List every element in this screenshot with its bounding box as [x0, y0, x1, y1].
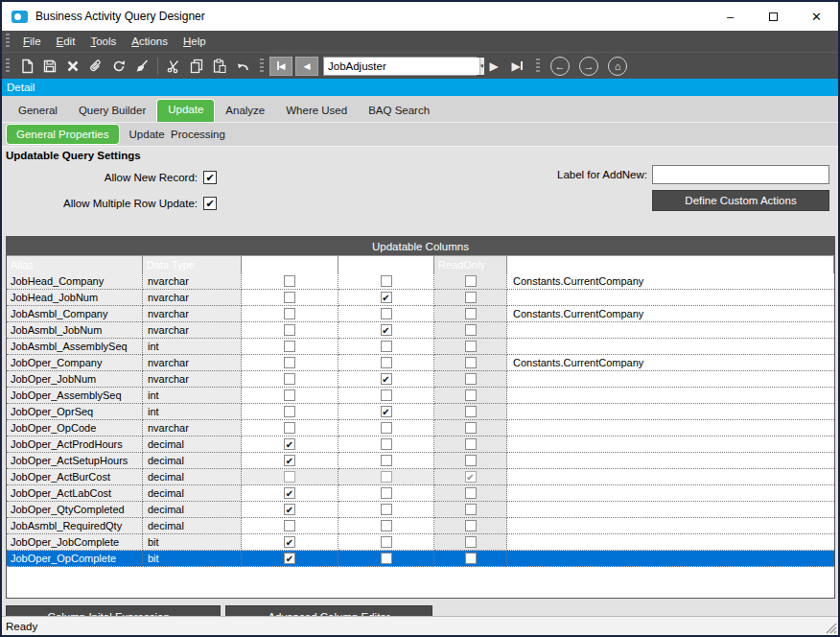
- initial-expression-cell[interactable]: [507, 339, 834, 355]
- new-button[interactable]: [15, 56, 38, 77]
- record-name-input[interactable]: [324, 58, 479, 75]
- readonly-checkbox[interactable]: [465, 536, 477, 548]
- alias-cell[interactable]: JobOper_QtyCompleted: [7, 502, 143, 518]
- data-type-cell[interactable]: decimal: [143, 518, 242, 534]
- initial-expression-cell[interactable]: [507, 551, 834, 567]
- readonly-checkbox[interactable]: [465, 471, 477, 483]
- alias-cell[interactable]: JobAsmbl_AssemblySeq: [7, 339, 143, 355]
- table-row[interactable]: JobOper_ActLabCost decimal: [7, 485, 834, 502]
- alias-cell[interactable]: JobOper_OpComplete: [7, 551, 143, 567]
- label-for-addnew-input[interactable]: [652, 165, 829, 184]
- table-row[interactable]: JobOper_OpComplete bit: [7, 551, 834, 567]
- nav-drag-grip[interactable]: [260, 59, 264, 74]
- undo-button[interactable]: [231, 56, 254, 77]
- updatable-checkbox[interactable]: [284, 487, 295, 499]
- data-type-cell[interactable]: int: [143, 404, 242, 420]
- initial-expression-cell[interactable]: [507, 518, 834, 534]
- table-row[interactable]: JobOper_QtyCompleted decimal: [7, 502, 834, 518]
- updatable-checkbox[interactable]: [284, 536, 295, 548]
- mandatory-checkbox[interactable]: [381, 553, 392, 564]
- mandatory-checkbox[interactable]: [381, 308, 392, 319]
- mandatory-checkbox[interactable]: [381, 341, 392, 352]
- alias-cell[interactable]: JobAsmbl_Company: [7, 306, 143, 322]
- readonly-checkbox[interactable]: [465, 455, 477, 466]
- mandatory-checkbox[interactable]: [381, 357, 392, 368]
- alias-cell[interactable]: JobOper_AssemblySeq: [7, 388, 143, 404]
- alias-cell[interactable]: JobOper_ActSetupHours: [7, 453, 143, 469]
- tab-baq-search[interactable]: BAQ Search: [358, 100, 440, 122]
- home-button[interactable]: ⌂: [608, 57, 627, 76]
- table-row[interactable]: JobHead_JobNum nvarchar: [7, 290, 834, 306]
- data-type-cell[interactable]: nvarchar: [143, 322, 242, 339]
- updatable-checkbox[interactable]: [284, 553, 295, 564]
- alias-cell[interactable]: JobOper_OprSeq: [7, 404, 143, 420]
- table-row[interactable]: JobOper_AssemblySeq int: [7, 388, 834, 404]
- delete-button[interactable]: [61, 56, 84, 77]
- menu-file[interactable]: File: [15, 34, 49, 49]
- readonly-checkbox[interactable]: [465, 308, 477, 319]
- column-header-readonly[interactable]: ReadOnly: [434, 256, 507, 273]
- alias-cell[interactable]: JobOper_Company: [7, 355, 143, 371]
- initial-expression-cell[interactable]: [507, 322, 834, 339]
- initial-expression-cell[interactable]: [507, 485, 834, 502]
- initial-expression-cell[interactable]: [507, 502, 834, 518]
- data-type-cell[interactable]: nvarchar: [143, 355, 242, 371]
- history-drag-grip[interactable]: [536, 59, 540, 74]
- mandatory-checkbox[interactable]: [381, 455, 392, 466]
- readonly-checkbox[interactable]: [465, 389, 477, 401]
- data-type-cell[interactable]: bit: [143, 534, 242, 551]
- previous-record-button[interactable]: ◀: [295, 57, 318, 76]
- tab-query-builder[interactable]: Query Builder: [68, 100, 156, 122]
- alias-cell[interactable]: JobOper_JobComplete: [7, 534, 143, 551]
- back-button[interactable]: ←: [550, 57, 570, 76]
- menu-actions[interactable]: Actions: [124, 34, 175, 49]
- mandatory-checkbox[interactable]: [381, 471, 392, 483]
- refresh-button[interactable]: [107, 56, 130, 77]
- initial-expression-cell[interactable]: [507, 420, 834, 436]
- mandatory-checkbox[interactable]: [381, 406, 392, 417]
- mandatory-checkbox[interactable]: [381, 504, 392, 515]
- data-type-cell[interactable]: nvarchar: [143, 420, 242, 436]
- menu-tools[interactable]: Tools: [82, 34, 124, 49]
- alias-cell[interactable]: JobHead_JobNum: [7, 290, 143, 306]
- allow-multiple-row-update-checkbox[interactable]: [203, 197, 217, 210]
- mandatory-checkbox[interactable]: [381, 275, 392, 287]
- initial-expression-cell[interactable]: [507, 371, 834, 388]
- initial-expression-cell[interactable]: [507, 436, 834, 453]
- updatable-checkbox[interactable]: [284, 422, 295, 434]
- table-row[interactable]: JobAsmbl_Company nvarchar Constants.Curr…: [7, 306, 834, 322]
- data-type-cell[interactable]: nvarchar: [143, 290, 242, 306]
- mandatory-header-checkbox[interactable]: [342, 260, 352, 270]
- data-type-cell[interactable]: bit: [143, 551, 242, 567]
- alias-cell[interactable]: JobAsmbl_JobNum: [7, 322, 143, 339]
- data-type-cell[interactable]: nvarchar: [143, 371, 242, 388]
- subtab-general-properties[interactable]: General Properties: [6, 124, 120, 145]
- data-type-cell[interactable]: decimal: [143, 502, 242, 518]
- readonly-checkbox[interactable]: [465, 292, 477, 303]
- save-button[interactable]: [38, 56, 61, 77]
- mandatory-checkbox[interactable]: [381, 373, 392, 385]
- data-type-cell[interactable]: int: [143, 339, 242, 355]
- initial-expression-cell[interactable]: [507, 453, 834, 469]
- data-type-cell[interactable]: nvarchar: [143, 306, 242, 322]
- subtab-update-processing[interactable]: Update Processing: [120, 125, 235, 144]
- next-record-button[interactable]: ▶: [482, 56, 505, 77]
- updatable-checkbox[interactable]: [284, 275, 295, 287]
- table-row[interactable]: JobOper_OpCode nvarchar: [7, 420, 834, 436]
- data-type-cell[interactable]: decimal: [143, 436, 242, 453]
- alias-cell[interactable]: JobOper_ActLabCost: [7, 485, 143, 502]
- updatable-checkbox[interactable]: [284, 308, 295, 319]
- data-type-cell[interactable]: nvarchar: [143, 273, 242, 290]
- alias-cell[interactable]: JobOper_OpCode: [7, 420, 143, 436]
- initial-expression-cell[interactable]: Constants.CurrentCompany: [507, 355, 834, 371]
- readonly-checkbox[interactable]: [465, 275, 477, 287]
- menu-help[interactable]: Help: [175, 34, 214, 49]
- updatable-checkbox[interactable]: [284, 406, 295, 417]
- last-record-button[interactable]: ▶: [505, 56, 528, 77]
- updatable-checkbox[interactable]: [284, 504, 295, 515]
- first-record-button[interactable]: ◀: [269, 57, 292, 76]
- updatable-checkbox[interactable]: [284, 471, 295, 483]
- readonly-checkbox[interactable]: [465, 406, 477, 417]
- readonly-checkbox[interactable]: [465, 357, 477, 368]
- updatable-checkbox[interactable]: [284, 292, 295, 303]
